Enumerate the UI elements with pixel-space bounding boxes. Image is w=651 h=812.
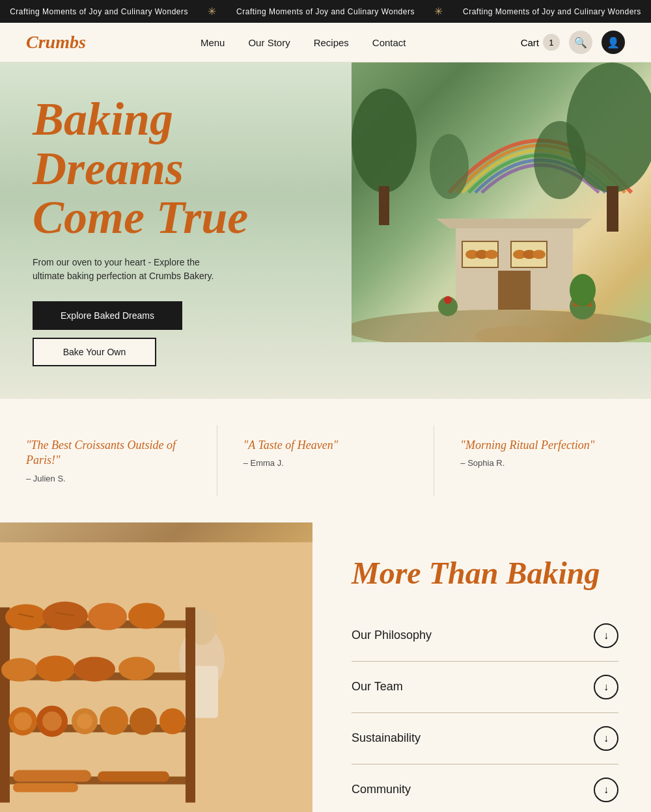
- header: Crumbs Menu Our Story Recipes Contact Ca…: [0, 23, 651, 62]
- accordion-btn-philosophy[interactable]: ↓: [594, 623, 618, 648]
- separator-icon-2: ✳: [434, 5, 443, 18]
- announcement-text-2: Crafting Moments of Joy and Culinary Won…: [236, 7, 415, 16]
- cart-label: Cart: [521, 37, 539, 48]
- testimonial-quote-1: "The Best Croissants Outside of Paris!": [26, 438, 191, 468]
- more-baking-section: More Than Baking Our Philosophy ↓ Our Te…: [0, 522, 651, 812]
- svg-point-5: [534, 121, 586, 199]
- bake-your-own-button[interactable]: Bake Your Own: [33, 338, 156, 366]
- chevron-down-icon-2: ↓: [603, 681, 609, 693]
- hero-title-line3: Come True: [33, 191, 248, 243]
- main-nav: Menu Our Story Recipes Contact: [201, 37, 406, 48]
- bakery-photo: [0, 522, 312, 812]
- cart-area[interactable]: Cart 1: [521, 34, 560, 51]
- bakery-interior-image: [0, 522, 312, 812]
- nav-recipes[interactable]: Recipes: [314, 37, 349, 48]
- accordion-btn-sustainability[interactable]: ↓: [594, 726, 618, 751]
- hero-title: Baking Dreams Come True: [33, 95, 319, 243]
- hero-scene: [352, 62, 651, 342]
- testimonial-3: "Morning Ritual Perfection" – Sophia R.: [434, 425, 651, 496]
- svg-rect-1: [379, 186, 389, 225]
- accordion-sustainability[interactable]: Sustainability ↓: [352, 713, 618, 765]
- explore-button[interactable]: Explore Baked Dreams: [33, 301, 182, 330]
- testimonial-2: "A Taste of Heaven" – Emma J.: [217, 425, 435, 496]
- chevron-down-icon-3: ↓: [603, 733, 609, 744]
- search-button[interactable]: 🔍: [569, 31, 592, 54]
- hero-title-line2: Dreams: [33, 142, 184, 195]
- testimonial-quote-2: "A Taste of Heaven": [243, 438, 408, 453]
- hero-subtitle: From our oven to your heart - Explore th…: [33, 256, 228, 283]
- accordion-btn-team[interactable]: ↓: [594, 675, 618, 699]
- svg-point-14: [485, 250, 498, 259]
- accordion-label-sustainability: Sustainability: [352, 731, 421, 745]
- accordion-label-philosophy: Our Philosophy: [352, 629, 432, 642]
- testimonials-section: "The Best Croissants Outside of Paris!" …: [0, 399, 651, 522]
- svg-point-21: [444, 296, 452, 304]
- svg-rect-9: [498, 271, 531, 310]
- svg-rect-57: [0, 542, 312, 812]
- more-baking-content: More Than Baking Our Philosophy ↓ Our Te…: [312, 522, 651, 812]
- accordion-our-philosophy[interactable]: Our Philosophy ↓: [352, 610, 618, 662]
- chevron-down-icon: ↓: [603, 630, 609, 642]
- nav-contact[interactable]: Contact: [372, 37, 406, 48]
- announcement-text-3: Crafting Moments of Joy and Culinary Won…: [463, 7, 641, 16]
- announcement-text-1: Crafting Moments of Joy and Culinary Won…: [10, 7, 188, 16]
- search-icon: 🔍: [574, 36, 587, 49]
- accordion-btn-community[interactable]: ↓: [594, 778, 618, 802]
- accordion-label-team: Our Team: [352, 680, 403, 694]
- svg-point-17: [533, 250, 546, 259]
- testimonial-1: "The Best Croissants Outside of Paris!" …: [0, 425, 217, 496]
- hero-title-line1: Baking: [33, 93, 173, 145]
- hero-section: Baking Dreams Come True From our oven to…: [0, 62, 651, 399]
- user-icon: 👤: [607, 36, 620, 49]
- account-button[interactable]: 👤: [602, 31, 625, 54]
- accordion-community[interactable]: Community ↓: [352, 765, 618, 812]
- nav-our-story[interactable]: Our Story: [248, 37, 290, 48]
- testimonial-author-3: – Sophia R.: [460, 458, 625, 468]
- testimonial-author-2: – Emma J.: [243, 458, 408, 468]
- hero-content: Baking Dreams Come True From our oven to…: [0, 62, 352, 399]
- testimonial-quote-3: "Morning Ritual Perfection": [460, 438, 625, 453]
- nav-menu[interactable]: Menu: [201, 37, 225, 48]
- hero-image-area: [352, 62, 651, 399]
- svg-point-4: [430, 134, 469, 199]
- announcement-bar: Crafting Moments of Joy and Culinary Won…: [0, 0, 651, 23]
- svg-rect-3: [607, 186, 618, 232]
- accordion-label-community: Community: [352, 783, 411, 796]
- more-baking-title: More Than Baking: [352, 555, 618, 591]
- svg-marker-8: [436, 219, 592, 228]
- header-right: Cart 1 🔍 👤: [521, 31, 625, 54]
- svg-point-0: [352, 88, 417, 193]
- testimonial-author-1: – Julien S.: [26, 474, 191, 483]
- cart-count: 1: [543, 34, 560, 51]
- logo[interactable]: Crumbs: [26, 32, 86, 53]
- separator-icon-1: ✳: [208, 5, 217, 18]
- chevron-down-icon-4: ↓: [603, 784, 609, 796]
- hero-image: [352, 62, 651, 342]
- accordion-our-team[interactable]: Our Team ↓: [352, 662, 618, 713]
- svg-point-24: [570, 274, 596, 306]
